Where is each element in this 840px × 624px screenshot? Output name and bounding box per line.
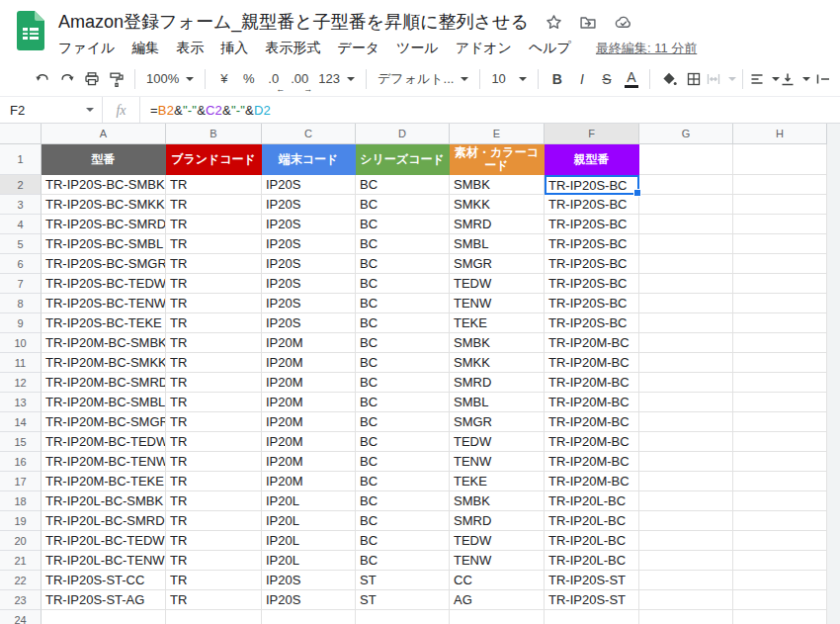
cell-E5[interactable]: SMBL <box>450 234 545 254</box>
cell-A12[interactable]: TR-IP20M-BC-SMRD <box>42 373 166 393</box>
cell-E19[interactable]: SMRD <box>450 511 545 531</box>
cell-F15[interactable]: TR-IP20M-BC <box>545 432 639 452</box>
row-header-11[interactable]: 11 <box>0 353 42 373</box>
print-button[interactable] <box>79 66 104 92</box>
menu-insert[interactable]: 挿入 <box>220 40 248 57</box>
cell-E21[interactable]: TENW <box>450 551 545 571</box>
cell-F5[interactable]: TR-IP20S-BC <box>545 234 639 254</box>
font-family-select[interactable]: デフォルト... <box>373 66 473 92</box>
cell-A19[interactable]: TR-IP20L-BC-SMRD <box>42 511 166 531</box>
cell-H12[interactable] <box>733 373 827 393</box>
cell-G23[interactable] <box>639 590 733 610</box>
paint-format-button[interactable] <box>104 66 128 92</box>
cell-B17[interactable]: TR <box>166 472 262 491</box>
cell-A6[interactable]: TR-IP20S-BC-SMGR <box>42 254 166 274</box>
cell-B22[interactable]: TR <box>166 571 262 590</box>
cell-C24[interactable] <box>262 610 356 624</box>
cell-C10[interactable]: IP20M <box>262 333 356 353</box>
row-header-18[interactable]: 18 <box>0 491 42 511</box>
cell-E2[interactable]: SMBK <box>450 175 545 195</box>
cell-C16[interactable]: IP20M <box>262 452 356 472</box>
row-header-2[interactable]: 2 <box>0 175 42 195</box>
cell-H5[interactable] <box>733 234 827 254</box>
row-header-19[interactable]: 19 <box>0 511 42 531</box>
cell-D11[interactable]: BC <box>356 353 450 373</box>
cell-A4[interactable]: TR-IP20S-BC-SMRD <box>42 215 166 234</box>
cell-F9[interactable]: TR-IP20S-BC <box>545 313 639 333</box>
column-header-F[interactable]: F <box>545 124 639 144</box>
cell-B6[interactable]: TR <box>166 254 262 274</box>
cell-E22[interactable]: CC <box>450 571 545 590</box>
cell-F23[interactable]: TR-IP20S-ST <box>545 590 639 610</box>
cell-C3[interactable]: IP20S <box>262 195 356 215</box>
column-header-E[interactable]: E <box>450 124 545 144</box>
cell-F4[interactable]: TR-IP20S-BC <box>545 215 639 234</box>
cell-G10[interactable] <box>639 333 733 353</box>
row-header-21[interactable]: 21 <box>0 551 42 571</box>
cell-B5[interactable]: TR <box>166 234 262 254</box>
row-header-5[interactable]: 5 <box>0 234 42 254</box>
cell-C15[interactable]: IP20M <box>262 432 356 452</box>
cell-F20[interactable]: TR-IP20L-BC <box>545 531 639 551</box>
cell-D3[interactable]: BC <box>356 195 450 215</box>
cell-G22[interactable] <box>639 571 733 590</box>
cell-B10[interactable]: TR <box>166 333 262 353</box>
cell-F10[interactable]: TR-IP20M-BC <box>545 333 639 353</box>
cell-A24[interactable] <box>42 610 166 624</box>
cell-A15[interactable]: TR-IP20M-BC-TEDW <box>42 432 166 452</box>
row-header-7[interactable]: 7 <box>0 274 42 294</box>
cell-E3[interactable]: SMKK <box>450 195 545 215</box>
cell-H1[interactable] <box>733 144 827 175</box>
cell-G12[interactable] <box>639 373 733 393</box>
cell-C20[interactable]: IP20L <box>262 531 356 551</box>
cell-G16[interactable] <box>639 452 733 472</box>
cell-G2[interactable] <box>639 175 733 195</box>
cell-C13[interactable]: IP20M <box>262 393 356 412</box>
row-header-8[interactable]: 8 <box>0 294 42 313</box>
cell-D9[interactable]: BC <box>356 313 450 333</box>
cell-C4[interactable]: IP20S <box>262 215 356 234</box>
cell-B7[interactable]: TR <box>166 274 262 294</box>
cell-B23[interactable]: TR <box>166 590 262 610</box>
cell-D16[interactable]: BC <box>356 452 450 472</box>
cell-H3[interactable] <box>733 195 827 215</box>
cell-H7[interactable] <box>733 274 827 294</box>
cell-E1[interactable]: 素材・カラーコード <box>450 144 545 175</box>
cell-A18[interactable]: TR-IP20L-BC-SMBK <box>42 491 166 511</box>
cell-A16[interactable]: TR-IP20M-BC-TENW <box>42 452 166 472</box>
cell-B12[interactable]: TR <box>166 373 262 393</box>
cell-H18[interactable] <box>733 491 827 511</box>
cell-G20[interactable] <box>639 531 733 551</box>
cell-B19[interactable]: TR <box>166 511 262 531</box>
bold-button[interactable]: B <box>545 66 569 92</box>
cell-C23[interactable]: IP20S <box>262 590 356 610</box>
cell-D7[interactable]: BC <box>356 274 450 294</box>
italic-button[interactable]: I <box>569 66 594 92</box>
formula-input[interactable]: =B2&"-"&C2&"-"&D2 <box>140 103 271 118</box>
cell-E14[interactable]: SMGR <box>450 412 545 432</box>
cell-E13[interactable]: SMBL <box>450 393 545 412</box>
cell-E15[interactable]: TEDW <box>450 432 545 452</box>
row-header-16[interactable]: 16 <box>0 452 42 472</box>
cell-B24[interactable] <box>166 610 262 624</box>
cell-G6[interactable] <box>639 254 733 274</box>
row-header-15[interactable]: 15 <box>0 432 42 452</box>
cell-C7[interactable]: IP20S <box>262 274 356 294</box>
cell-C6[interactable]: IP20S <box>262 254 356 274</box>
cell-A22[interactable]: TR-IP20S-ST-CC <box>42 571 166 590</box>
row-header-23[interactable]: 23 <box>0 590 42 610</box>
cell-F18[interactable]: TR-IP20L-BC <box>545 491 639 511</box>
cell-B16[interactable]: TR <box>166 452 262 472</box>
cell-B21[interactable]: TR <box>166 551 262 571</box>
cell-A3[interactable]: TR-IP20S-BC-SMKK <box>42 195 166 215</box>
row-header-3[interactable]: 3 <box>0 195 42 215</box>
cell-B20[interactable]: TR <box>166 531 262 551</box>
fill-color-button[interactable] <box>656 66 681 92</box>
cell-H21[interactable] <box>733 551 827 571</box>
cell-D14[interactable]: BC <box>356 412 450 432</box>
cell-A8[interactable]: TR-IP20S-BC-TENW <box>42 294 166 313</box>
cell-A21[interactable]: TR-IP20L-BC-TENW <box>42 551 166 571</box>
cell-H19[interactable] <box>733 511 827 531</box>
last-edit-link[interactable]: 最終編集: 11 分前 <box>596 40 697 57</box>
column-header-B[interactable]: B <box>166 124 262 144</box>
